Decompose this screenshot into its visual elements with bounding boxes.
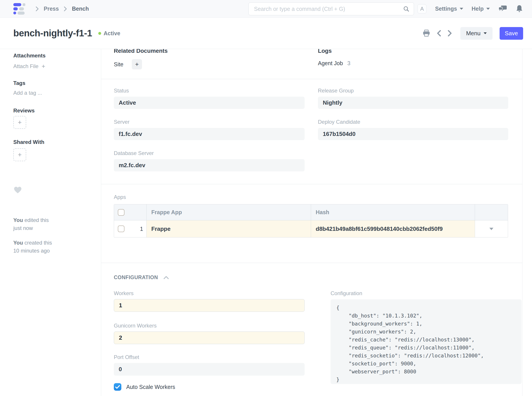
settings-menu[interactable]: Settings	[435, 6, 463, 12]
deploy-candidate-field-label: Deploy Candidate	[318, 119, 508, 125]
page-actions: Menu Save	[421, 27, 523, 40]
configuration-section-toggle[interactable]: CONFIGURATION	[114, 274, 522, 280]
attach-file-button[interactable]: Attach File +	[13, 63, 101, 70]
plus-icon: +	[135, 61, 139, 68]
site-link-row: Site +	[114, 59, 305, 70]
related-documents-heading: Related Documents	[114, 49, 305, 54]
breadcrumb-chevron-icon	[35, 6, 39, 12]
row-index: 1	[140, 226, 143, 232]
status-field-value[interactable]: Active	[114, 97, 305, 109]
print-icon[interactable]	[421, 28, 432, 38]
gunicorn-workers-input[interactable]	[114, 332, 305, 344]
attach-file-label: Attach File	[13, 63, 38, 70]
plus-icon: +	[18, 119, 22, 126]
created-when: 10 minutes ago	[13, 248, 50, 254]
row-checkbox-cell: 1	[114, 220, 147, 237]
status-field-label: Status	[114, 87, 305, 94]
search-input[interactable]	[248, 2, 414, 15]
chevron-down-icon	[486, 8, 490, 10]
section-connections: Related Documents Site + Logs Agent Job …	[101, 49, 522, 79]
auto-scale-checkbox[interactable]	[114, 383, 121, 391]
edited-when: just now	[13, 225, 33, 231]
agent-job-count: 3	[347, 60, 350, 66]
breadcrumb-chevron-icon	[64, 6, 67, 12]
edited-activity: You edited this just now	[13, 216, 101, 232]
frappe-logo-icon[interactable]	[12, 3, 27, 15]
configuration-section-title: CONFIGURATION	[114, 274, 158, 280]
auto-scale-row: Auto Scale Workers	[114, 383, 305, 391]
add-site-button[interactable]: +	[132, 59, 142, 70]
status-indicator: Active	[98, 30, 120, 37]
release-group-field-label: Release Group	[318, 87, 508, 94]
apps-table: Frappe App Hash 1 Frappe d8b421b49a8bf61…	[114, 204, 508, 238]
logs-heading: Logs	[318, 49, 508, 54]
hash-cell[interactable]: d8b421b49a8bf61c599b048140cbb2062fed50f9	[311, 220, 475, 237]
chevron-up-icon	[163, 276, 169, 279]
help-label: Help	[472, 6, 484, 12]
site-link[interactable]: Site	[114, 61, 123, 68]
database-server-field-value[interactable]: m2.fc.dev	[114, 159, 305, 171]
status-badge: Active	[104, 30, 120, 37]
workers-input[interactable]	[114, 299, 305, 312]
prev-document-icon[interactable]	[435, 29, 443, 38]
auto-scale-label: Auto Scale Workers	[126, 384, 175, 390]
row-checkbox[interactable]	[118, 226, 124, 232]
menu-button-label: Menu	[466, 30, 480, 37]
help-menu[interactable]: Help	[472, 6, 490, 12]
top-navbar: Press Bench A Settings Help	[0, 0, 532, 18]
edited-action: edited this	[24, 217, 49, 223]
tags-heading: Tags	[13, 80, 101, 86]
select-all-checkbox[interactable]	[118, 209, 124, 216]
breadcrumb-press[interactable]: Press	[44, 6, 59, 12]
chat-icon[interactable]	[498, 5, 507, 13]
add-review-button[interactable]: +	[13, 116, 26, 129]
chevron-down-icon	[484, 32, 487, 34]
agent-job-row: Agent Job 3	[318, 60, 508, 66]
deploy-candidate-field-value[interactable]: 167b1504d0	[318, 128, 508, 140]
checkmark-icon	[115, 385, 120, 389]
hash-column-header: Hash	[311, 204, 475, 220]
page-head: bench-nightly-f1-1 Active Menu Save	[0, 18, 532, 49]
server-field-label: Server	[114, 119, 305, 125]
menu-button[interactable]: Menu	[460, 27, 492, 40]
chevron-down-icon	[460, 8, 463, 10]
form-sidebar: Attachments Attach File + Tags Add a tag…	[0, 49, 101, 396]
search-icon	[403, 6, 409, 12]
plus-icon: +	[18, 151, 22, 158]
navbar-actions: A Settings Help	[417, 4, 523, 13]
avatar[interactable]: A	[417, 4, 427, 13]
agent-job-link[interactable]: Agent Job	[318, 60, 343, 66]
page-title: bench-nightly-f1-1	[13, 28, 92, 39]
apps-table-header: Frappe App Hash	[114, 204, 508, 220]
port-offset-input[interactable]	[114, 363, 305, 376]
form-layout: Attachments Attach File + Tags Add a tag…	[0, 49, 532, 396]
attachments-heading: Attachments	[13, 52, 101, 59]
shared-with-heading: Shared With	[13, 139, 101, 145]
like-heart-icon[interactable]	[13, 186, 101, 195]
created-who: You	[13, 240, 23, 246]
section-configuration: CONFIGURATION Workers Gunicorn Workers P…	[101, 274, 522, 396]
release-group-field-value[interactable]: Nightly	[318, 97, 508, 109]
save-button[interactable]: Save	[500, 27, 523, 40]
server-field-value[interactable]: f1.fc.dev	[114, 128, 305, 140]
plus-icon: +	[41, 63, 45, 70]
form-body: Related Documents Site + Logs Agent Job …	[101, 49, 522, 396]
workers-field-label: Workers	[114, 290, 305, 297]
created-activity: You created this 10 minutes ago	[13, 239, 101, 255]
frappe-app-cell[interactable]: Frappe	[147, 220, 311, 237]
database-server-field-label: Database Server	[114, 150, 305, 156]
frappe-app-column-header: Frappe App	[147, 204, 311, 220]
next-document-icon[interactable]	[446, 29, 454, 38]
add-share-button[interactable]: +	[13, 148, 26, 161]
notifications-bell-icon[interactable]	[516, 5, 523, 13]
configuration-json-label: Configuration	[331, 290, 522, 297]
section-apps: Apps Frappe App Hash 1 Frappe d8b	[101, 194, 522, 263]
status-dot-icon	[98, 32, 101, 35]
breadcrumb-bench[interactable]: Bench	[72, 6, 89, 12]
add-tag-input[interactable]: Add a tag ...	[13, 90, 101, 96]
header-actions-cell	[475, 204, 508, 220]
row-expand-cell	[475, 220, 508, 237]
gunicorn-workers-field-label: Gunicorn Workers	[114, 323, 305, 329]
row-dropdown-icon[interactable]	[489, 228, 493, 230]
configuration-json-value: { "db_host": "10.1.3.102", "background_w…	[331, 299, 522, 384]
